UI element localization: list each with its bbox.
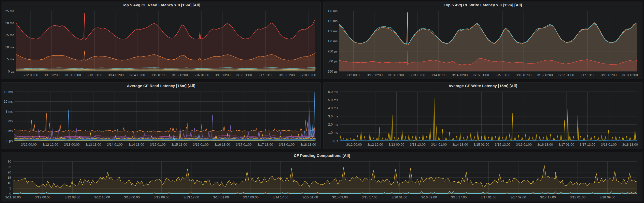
svg-text:0: 0 — [9, 192, 11, 195]
svg-text:3/18 13:00: 3/18 13:00 — [300, 143, 316, 146]
svg-text:3/17 09:00: 3/17 09:00 — [510, 195, 526, 199]
chart-avg-read-latency[interactable]: 0 µs3 ms5 ms8 ms10 ms13 ms3/12 00:003/12… — [2, 89, 320, 148]
svg-text:3/12 12:00: 3/12 12:00 — [43, 143, 58, 146]
svg-text:10 ms: 10 ms — [4, 100, 13, 103]
svg-text:1.0 ms: 1.0 ms — [328, 39, 338, 43]
svg-text:15 ms: 15 ms — [5, 33, 15, 37]
svg-text:5 ms: 5 ms — [6, 119, 13, 123]
svg-text:20: 20 — [8, 170, 11, 174]
svg-text:3/15 01:00: 3/15 01:00 — [150, 143, 165, 146]
svg-text:6.0 ms: 6.0 ms — [328, 90, 338, 94]
svg-text:3/12 00:00: 3/12 00:00 — [35, 195, 50, 199]
svg-text:3/16 13:00: 3/16 13:00 — [215, 73, 230, 77]
svg-text:3/15 13:00: 3/15 13:00 — [495, 73, 510, 77]
svg-text:0 µs: 0 µs — [6, 139, 13, 143]
svg-text:3/16 13:00: 3/16 13:00 — [537, 143, 553, 146]
svg-text:25 ms: 25 ms — [5, 9, 15, 13]
svg-text:750 µs: 750 µs — [328, 49, 338, 53]
svg-text:3/15 09:00: 3/15 09:00 — [332, 195, 348, 199]
svg-text:3/14 13:00: 3/14 13:00 — [129, 73, 145, 77]
chart-top5-write-latency[interactable]: 250 µs500 µs750 µs1.0 ms1.3 ms1.5 ms1.8 … — [324, 8, 642, 79]
panel-title-avg-write-latency[interactable]: Average CF Write Latency [15m] [All] — [324, 83, 642, 89]
svg-text:3/17 01:00: 3/17 01:00 — [481, 195, 496, 199]
svg-text:3/14 01:00: 3/14 01:00 — [213, 195, 229, 199]
svg-text:3/17 01:00: 3/17 01:00 — [236, 143, 251, 146]
svg-text:3/18 09:00: 3/18 09:00 — [600, 195, 615, 199]
panel-avg-read-latency: Average CF Read Latency [15m] [All] 0 µs… — [2, 82, 321, 149]
svg-text:3/15 17:00: 3/15 17:00 — [362, 195, 377, 199]
svg-text:5.0 ms: 5.0 ms — [328, 98, 338, 102]
dashboard: Top 5 Avg CF Read Latency > 0 [15m] [All… — [0, 0, 644, 203]
svg-text:3/18 01:00: 3/18 01:00 — [570, 195, 585, 199]
svg-text:3/16 01:00: 3/16 01:00 — [516, 73, 531, 77]
svg-text:3/14 17:00: 3/14 17:00 — [273, 195, 288, 199]
svg-text:3/15 01:00: 3/15 01:00 — [473, 143, 489, 146]
panel-title-top5-read-latency[interactable]: Top 5 Avg CF Read Latency > 0 [15m] [All… — [2, 2, 320, 8]
svg-text:3/14 13:00: 3/14 13:00 — [452, 143, 468, 146]
svg-text:30: 30 — [8, 159, 11, 163]
svg-text:3/12 00:00: 3/12 00:00 — [21, 143, 37, 146]
svg-text:3/16 13:00: 3/16 13:00 — [537, 73, 553, 77]
svg-text:3/12 12:00: 3/12 12:00 — [367, 143, 383, 146]
svg-text:0 µs: 0 µs — [8, 70, 14, 73]
svg-text:3/12 00:00: 3/12 00:00 — [346, 73, 361, 77]
chart-pending-compactions[interactable]: 0510152025303/11 16:003/12 00:003/12 08:… — [2, 159, 642, 201]
svg-text:1.0 ms: 1.0 ms — [328, 131, 338, 135]
svg-text:500 µs: 500 µs — [328, 59, 338, 63]
svg-text:3/16 01:00: 3/16 01:00 — [516, 143, 531, 146]
panel-title-avg-read-latency[interactable]: Average CF Read Latency [15m] [All] — [2, 83, 320, 89]
svg-text:3/16 13:00: 3/16 13:00 — [214, 143, 230, 146]
dashboard-row-1: Top 5 Avg CF Read Latency > 0 [15m] [All… — [2, 2, 642, 79]
svg-text:3/16 09:00: 3/16 09:00 — [421, 195, 437, 199]
svg-text:3/13 00:00: 3/13 00:00 — [65, 73, 81, 77]
svg-text:20 ms: 20 ms — [5, 21, 15, 25]
svg-text:3/12 00:00: 3/12 00:00 — [22, 73, 38, 77]
svg-text:3/17 01:00: 3/17 01:00 — [558, 143, 574, 146]
svg-text:4.0 ms: 4.0 ms — [328, 106, 338, 110]
panel-title-pending-compactions[interactable]: CF Pending Compactions [All] — [2, 152, 642, 159]
svg-text:3/15 13:00: 3/15 13:00 — [172, 143, 187, 146]
svg-text:3/16 01:00: 3/16 01:00 — [391, 195, 407, 199]
svg-text:3/17 17:00: 3/17 17:00 — [540, 195, 556, 199]
svg-text:3/13 13:00: 3/13 13:00 — [87, 73, 102, 77]
panel-top5-write-latency: Top 5 Avg CF Write Latency > 0 [15m] [Al… — [323, 2, 642, 79]
chart-top5-read-latency[interactable]: 0 µs5 ms10 ms15 ms20 ms25 ms3/12 00:003/… — [2, 8, 320, 79]
svg-text:3/13 00:00: 3/13 00:00 — [64, 143, 79, 146]
svg-text:3/16 01:00: 3/16 01:00 — [193, 143, 208, 146]
svg-text:3/12 08:00: 3/12 08:00 — [65, 195, 80, 199]
svg-text:3/18 13:00: 3/18 13:00 — [622, 143, 638, 146]
svg-text:3.0 ms: 3.0 ms — [328, 114, 338, 118]
svg-text:3/14 09:00: 3/14 09:00 — [243, 195, 258, 199]
svg-text:3/14 01:00: 3/14 01:00 — [431, 143, 447, 146]
svg-text:3/13 17:00: 3/13 17:00 — [184, 195, 199, 199]
dashboard-row-3: CF Pending Compactions [All] 05101520253… — [2, 152, 642, 201]
svg-text:0 µs: 0 µs — [332, 139, 338, 143]
svg-text:3/14 01:00: 3/14 01:00 — [108, 73, 123, 77]
svg-text:5: 5 — [9, 186, 11, 190]
panel-top5-read-latency: Top 5 Avg CF Read Latency > 0 [15m] [All… — [2, 2, 321, 79]
svg-text:25: 25 — [8, 165, 11, 169]
svg-text:3/12 16:00: 3/12 16:00 — [94, 195, 110, 199]
svg-text:250 µs: 250 µs — [328, 70, 338, 73]
svg-text:3/18 13:00: 3/18 13:00 — [300, 73, 316, 77]
svg-text:3/13 00:00: 3/13 00:00 — [124, 195, 139, 199]
svg-text:3/18 13:00: 3/18 13:00 — [622, 73, 638, 77]
chart-avg-write-latency[interactable]: 0 µs1.0 ms2.0 ms3.0 ms4.0 ms5.0 ms6.0 ms… — [324, 89, 642, 148]
svg-text:2.0 ms: 2.0 ms — [328, 123, 338, 127]
svg-text:10: 10 — [8, 181, 11, 185]
svg-text:3 ms: 3 ms — [6, 129, 13, 133]
svg-text:3/15 13:00: 3/15 13:00 — [495, 143, 510, 146]
svg-text:3/17 13:00: 3/17 13:00 — [580, 73, 595, 77]
svg-text:3/18 01:00: 3/18 01:00 — [601, 73, 617, 77]
svg-text:3/15 13:00: 3/15 13:00 — [172, 73, 188, 77]
svg-text:3/14 01:00: 3/14 01:00 — [431, 73, 446, 77]
panel-avg-write-latency: Average CF Write Latency [15m] [All] 0 µ… — [323, 82, 642, 149]
svg-text:3/15 01:00: 3/15 01:00 — [151, 73, 166, 77]
panel-title-top5-write-latency[interactable]: Top 5 Avg CF Write Latency > 0 [15m] [Al… — [324, 2, 642, 8]
svg-text:3/18 01:00: 3/18 01:00 — [279, 143, 295, 146]
svg-text:3/13 09:00: 3/13 09:00 — [154, 195, 169, 199]
svg-text:3/13 00:00: 3/13 00:00 — [389, 143, 404, 146]
svg-text:13 ms: 13 ms — [4, 90, 13, 94]
svg-text:1.3 ms: 1.3 ms — [328, 29, 338, 33]
svg-text:3/17 13:00: 3/17 13:00 — [580, 143, 595, 146]
